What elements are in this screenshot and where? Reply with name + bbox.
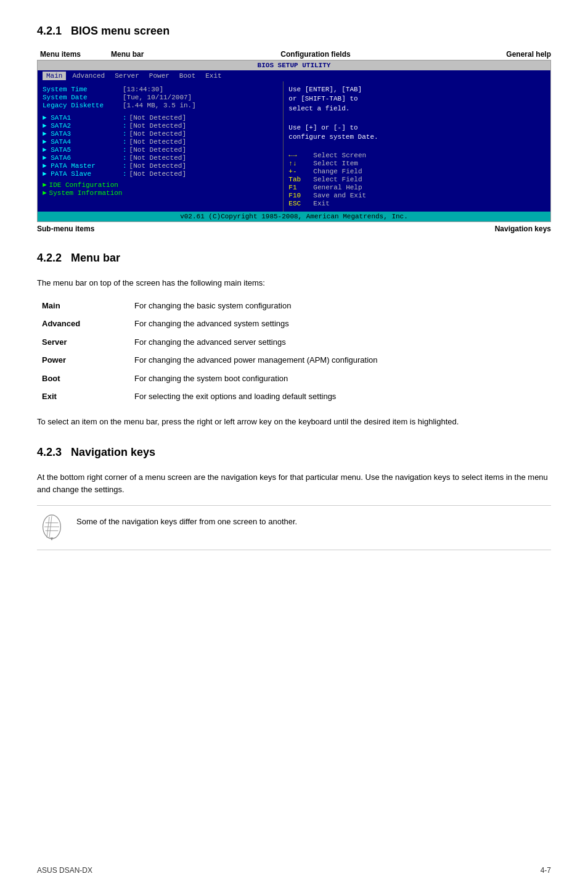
bios-nav-keys: ←→ Select Screen ↑↓ Select Item +- Chang… [288,152,545,207]
menu-label-boot: Boot [37,369,129,388]
section-423-text: At the bottom right corner of a menu scr… [37,471,551,495]
menu-label-advanced: Advanced [37,315,129,333]
menu-power[interactable]: Power [145,72,173,80]
sata3-row: ► SATA3 : [Not Detected] [43,130,278,138]
pata-master-row: ► PATA Master : [Not Detected] [43,162,278,170]
label-general-help: General help [452,50,551,59]
label-menu-bar: Menu bar [111,50,179,59]
sata-group: ► SATA1 : [Not Detected] ► SATA2 : [Not … [43,114,278,178]
system-time-row: System Time [13:44:30] [43,86,278,93]
section-423: 4.2.3 Navigation keys At the bottom righ… [37,446,551,550]
table-row: Advanced For changing the advanced syste… [37,315,551,333]
help-text: Use [ENTER], [TAB] or [SHIFT-TAB] to sel… [288,85,545,142]
bottom-labels: Sub-menu items Navigation keys [37,225,551,233]
system-date-row: System Date [Tue, 10/11/2007] [43,94,278,101]
ide-config-item: ► IDE Configuration [43,181,278,189]
bios-right-panel: Use [ENTER], [TAB] or [SHIFT-TAB] to sel… [284,81,550,212]
label-navigation-keys: Navigation keys [495,225,551,233]
nav-esc: ESC Exit [288,200,545,207]
menu-label-server: Server [37,333,129,352]
menu-bar-table: Main For changing the basic system confi… [37,297,551,406]
section-423-title: 4.2.3 Navigation keys [37,446,551,459]
bios-screen: BIOS SETUP UTILITY Main Advanced Server … [37,60,551,222]
bios-menubar: Main Advanced Server Power Boot Exit [38,70,550,81]
menu-desc-server: For changing the advanced server setting… [129,333,551,352]
note-icon [37,512,68,543]
menu-main[interactable]: Main [43,72,66,80]
bios-left-panel: System Time [13:44:30] System Date [Tue,… [38,81,284,212]
menu-desc-boot: For changing the system boot configurati… [129,369,551,388]
pencil-icon [37,512,67,542]
system-info-item: ► System Information [43,189,278,197]
sata5-row: ► SATA5 : [Not Detected] [43,146,278,154]
table-row: Boot For changing the system boot config… [37,369,551,388]
label-sub-menu-items: Sub-menu items [37,225,94,233]
bios-diagram: Menu items Menu bar Configuration fields… [37,50,551,233]
menu-label-main: Main [37,297,129,315]
sata6-row: ► SATA6 : [Not Detected] [43,154,278,162]
menu-server[interactable]: Server [111,72,143,80]
table-row: Server For changing the advanced server … [37,333,551,352]
svg-marker-6 [51,538,54,541]
footer-left: ASUS DSAN-DX [37,866,92,875]
nav-save-exit: F10 Save and Exit [288,192,545,199]
table-row: Power For changing the advanced power ma… [37,351,551,369]
footer-right: 4-7 [541,866,551,875]
note-box: Some of the navigation keys differ from … [37,505,551,550]
table-row: Main For changing the basic system confi… [37,297,551,315]
nav-select-screen: ←→ Select Screen [288,152,545,159]
nav-change-field: +- Change Field [288,168,545,175]
sata1-row: ► SATA1 : [Not Detected] [43,114,278,122]
label-menu-items: Menu items [40,50,111,59]
menu-boot[interactable]: Boot [176,72,199,80]
top-labels: Menu items Menu bar Configuration fields… [37,50,551,59]
menu-desc-exit: For selecting the exit options and loadi… [129,387,551,406]
pata-slave-row: ► PATA Slave : [Not Detected] [43,170,278,178]
section-421-title: 4.2.1 BIOS menu screen [37,25,551,38]
sub-items-group: ► IDE Configuration ► System Information [43,181,278,197]
note-text: Some of the navigation keys differ from … [76,512,297,528]
menu-desc-main: For changing the basic system configurat… [129,297,551,315]
section-422-intro: The menu bar on top of the screen has th… [37,277,551,289]
menu-label-exit: Exit [37,387,129,406]
section-422-note: To select an item on the menu bar, press… [37,416,551,428]
bios-body: System Time [13:44:30] System Date [Tue,… [38,81,550,212]
section-422: 4.2.2 Menu bar The menu bar on top of th… [37,252,551,427]
svg-line-1 [47,517,49,538]
section-422-title: 4.2.2 Menu bar [37,252,551,265]
nav-select-field: Tab Select Field [288,176,545,183]
menu-desc-advanced: For changing the advanced system setting… [129,315,551,333]
menu-desc-power: For changing the advanced power manageme… [129,351,551,369]
nav-general-help: F1 General Help [288,184,545,191]
sata4-row: ► SATA4 : [Not Detected] [43,138,278,146]
table-row: Exit For selecting the exit options and … [37,387,551,406]
menu-exit[interactable]: Exit [202,72,225,80]
page-footer: ASUS DSAN-DX 4-7 [37,866,551,875]
menu-label-power: Power [37,351,129,369]
menu-advanced[interactable]: Advanced [68,72,108,80]
bios-header: BIOS SETUP UTILITY [38,60,550,70]
basic-items-group: System Time [13:44:30] System Date [Tue,… [43,86,278,109]
sata2-row: ► SATA2 : [Not Detected] [43,122,278,130]
bios-footer: v02.61 (C)Copyright 1985-2008, American … [38,212,550,221]
legacy-diskette-row: Legacy Diskette [1.44 MB, 3.5 in.] [43,102,278,109]
nav-select-item: ↑↓ Select Item [288,160,545,167]
label-config-fields: Configuration fields [179,50,452,59]
